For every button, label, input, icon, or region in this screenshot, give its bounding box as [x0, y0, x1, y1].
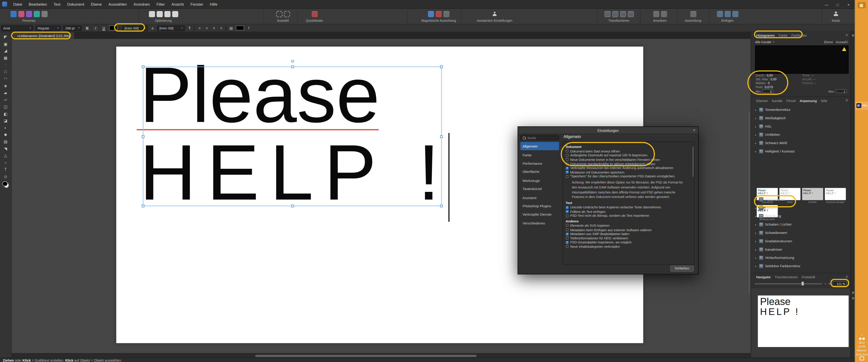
panel-toggle-icon[interactable] — [852, 291, 854, 294]
zoom-value-input[interactable]: 121 % — [833, 281, 847, 286]
adjustment-item[interactable]: ▸ Selektive Farbkorrektur — [751, 262, 850, 270]
font-family-select[interactable]: Arial▾ — [1, 25, 33, 31]
adjustment-item[interactable]: ▸ Weißabgleich — [751, 114, 850, 122]
menu-item[interactable]: Datei — [10, 2, 25, 6]
dialog-title-bar[interactable]: Einstellungen × — [518, 127, 698, 134]
expand-chevron-icon[interactable]: ▸ — [755, 141, 757, 145]
tool-button[interactable]: ◧ — [3, 111, 8, 116]
settings-category[interactable]: Werkzeuge — [520, 176, 559, 185]
magnet-icon[interactable] — [436, 11, 442, 17]
underline-button[interactable]: U — [101, 25, 107, 31]
expand-chevron-icon[interactable]: ▸ — [755, 264, 757, 268]
checkbox[interactable] — [566, 171, 568, 173]
selection-icon[interactable] — [276, 11, 282, 17]
adjustment-item[interactable]: ▸ Posterisieren — [751, 195, 850, 203]
persona-icon[interactable] — [18, 11, 24, 17]
expand-chevron-icon[interactable]: ▸ — [755, 223, 757, 226]
adjustment-item[interactable]: ▸ Schwellenwert — [751, 228, 850, 236]
grid-icon[interactable] — [443, 11, 450, 17]
histogram-mode-button[interactable]: Auswahl — [836, 40, 848, 44]
align-right-icon[interactable]: ≡ — [212, 26, 217, 30]
primary-color-swatch[interactable] — [2, 181, 7, 187]
tool-button[interactable]: ◪ — [3, 118, 8, 123]
menu-item[interactable]: Hilfe — [207, 2, 221, 6]
adjustment-item[interactable]: ▸ Gradationskurven — [751, 236, 850, 245]
adjustment-item[interactable]: ▸ Kanalmixer — [751, 245, 850, 253]
auto-contrast-icon[interactable] — [156, 11, 162, 17]
settings-search-input[interactable]: Suche — [520, 135, 559, 140]
menu-item[interactable]: Ebene — [88, 2, 105, 6]
zoom-slider-thumb[interactable] — [802, 282, 804, 285]
paragraph-panel-icon[interactable]: ¶ — [187, 26, 192, 30]
checkbox[interactable] — [566, 245, 568, 248]
settings-category[interactable]: Oberfläche — [520, 167, 559, 176]
notification-center-icon[interactable] — [860, 357, 864, 360]
settings-category[interactable]: Photoshop Plugins — [520, 202, 559, 210]
histogram-mode-button[interactable]: Ebene — [824, 40, 833, 44]
settings-category[interactable]: Verschiedenes — [520, 219, 559, 227]
tool-button[interactable]: ◥ — [3, 146, 8, 151]
tool-button[interactable]: ◠ — [3, 76, 8, 81]
panel-menu-icon[interactable]: ≣ — [846, 99, 848, 102]
expand-chevron-icon[interactable]: ▸ — [755, 133, 757, 136]
font-style-select[interactable]: Regular▾ — [35, 25, 61, 31]
tool-button[interactable]: ◢ — [3, 49, 8, 53]
taskbar-app-button[interactable]: Affin... — [855, 101, 868, 110]
expand-chevron-icon[interactable]: ▸ — [755, 214, 757, 218]
settings-category[interactable]: Performance — [520, 159, 559, 168]
panel-tab[interactable]: Anpassung — [800, 99, 817, 103]
keyboard-language[interactable]: DEU — [859, 341, 865, 344]
checkbox[interactable] — [566, 215, 568, 217]
menu-item[interactable]: Anordnen — [130, 2, 153, 6]
checkbox[interactable] — [566, 163, 568, 165]
selection-bounding-box[interactable] — [143, 66, 442, 206]
expand-chevron-icon[interactable]: ▸ — [755, 231, 757, 234]
menu-item[interactable]: Fenster — [187, 2, 207, 6]
checkbox[interactable] — [566, 206, 568, 209]
italic-button[interactable]: I — [92, 25, 98, 31]
tool-button[interactable]: ◫ — [3, 104, 8, 109]
expand-chevron-icon[interactable]: ▸ — [755, 116, 757, 119]
expand-chevron-icon[interactable]: ▸ — [755, 198, 757, 201]
expand-chevron-icon[interactable]: ▸ — [755, 248, 757, 251]
leading-icon[interactable]: ▤ — [228, 26, 234, 30]
expand-chevron-icon[interactable]: ▸ — [755, 108, 757, 111]
panel-tab[interactable]: Stile — [820, 99, 827, 103]
adjustment-item[interactable]: ▸ HSL — [751, 122, 850, 130]
snapping-icon[interactable] — [428, 11, 434, 17]
expand-chevron-icon[interactable]: ▸ — [755, 149, 757, 153]
auto-colors-icon[interactable] — [164, 11, 170, 17]
selection-handle[interactable] — [142, 135, 145, 138]
auto-levels-icon[interactable] — [149, 11, 155, 17]
maximize-button[interactable]: □ — [835, 2, 840, 6]
checkbox[interactable] — [566, 154, 568, 157]
dialog-scrollbar[interactable] — [692, 146, 693, 177]
tool-button[interactable]: ◤ — [3, 34, 8, 39]
adjustment-item[interactable]: ▸ Schwarz-Weiß — [751, 139, 850, 147]
color-selector[interactable] — [2, 181, 9, 188]
tool-button[interactable]: ▣ — [3, 41, 8, 46]
tray-icon[interactable] — [862, 338, 864, 340]
document-tab[interactable]: «Unbenannt» [Geändert] (121,3%) — [13, 32, 74, 39]
expand-chevron-icon[interactable]: ▸ — [755, 124, 757, 128]
menu-item[interactable]: Ansicht — [168, 2, 187, 6]
panel-tab[interactable]: Kanäle — [772, 99, 782, 103]
settings-category[interactable]: Allgemein — [520, 142, 559, 150]
panel-tab[interactable]: Farbe — [778, 33, 787, 37]
selection-handle[interactable] — [440, 135, 443, 138]
tray-chevron-icon[interactable]: ^ — [861, 334, 862, 337]
expand-chevron-icon[interactable]: ▸ — [755, 256, 757, 259]
tool-button[interactable]: ○ — [3, 160, 8, 165]
tool-button[interactable]: T — [3, 167, 8, 172]
panel-tab[interactable]: Ebenen — [756, 99, 768, 103]
vertical-scrollbar[interactable] — [748, 111, 750, 294]
checkbox[interactable] — [566, 228, 568, 231]
clock-time[interactable]: 22:49 — [858, 345, 865, 349]
persona-icon[interactable] — [33, 11, 39, 17]
zoom-slider[interactable] — [754, 283, 822, 284]
align-left-icon[interactable]: ≡ — [197, 26, 202, 30]
min-input[interactable]: 0 — [763, 89, 774, 93]
panel-menu-icon[interactable]: ≣ — [846, 33, 848, 37]
panel-tab[interactable]: Navigator — [756, 275, 771, 279]
menu-item[interactable]: Bearbeiten — [25, 2, 50, 6]
